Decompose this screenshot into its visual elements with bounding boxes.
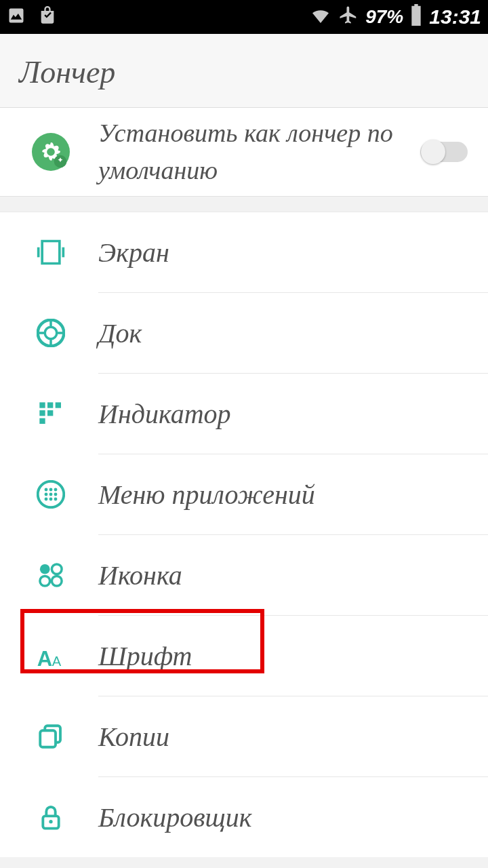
row-default-launcher[interactable]: Установить как лончер по умолчанию [0,108,488,196]
svg-rect-9 [39,410,45,416]
row-dock[interactable]: Док [0,293,488,373]
page-title: Лончер [19,54,469,90]
svg-point-22 [40,564,50,574]
battery-icon [410,4,422,31]
svg-rect-8 [56,403,61,408]
row-indicator[interactable]: Индикатор [0,374,488,454]
section-main: Экран Док Индикатор Меню приложений [0,212,488,857]
svg-text:A: A [37,647,53,671]
section-default: Установить как лончер по умолчанию [0,108,488,196]
row-copies[interactable]: Копии [0,696,488,776]
app-menu-icon [30,480,71,509]
svg-rect-29 [40,730,56,747]
svg-point-17 [49,493,53,496]
battery-percent: 97% [365,6,403,28]
row-label: Шрифт [98,640,474,672]
svg-point-14 [49,488,53,492]
svg-rect-3 [62,248,65,258]
row-screen[interactable]: Экран [0,212,488,292]
svg-rect-2 [37,248,40,258]
font-icon: AA [30,641,71,671]
row-label-box: Установить как лончер по умолчанию [71,115,420,189]
svg-rect-10 [47,410,53,416]
status-left [7,6,57,28]
status-right: 97% 13:31 [310,4,481,31]
airplane-icon [338,5,359,30]
svg-point-25 [52,576,62,587]
svg-point-5 [45,327,57,339]
default-launcher-toggle[interactable] [420,142,468,162]
wifi-icon [310,4,331,31]
clock: 13:31 [429,5,481,28]
row-label: Экран [98,237,474,269]
row-label: Меню приложений [98,479,474,511]
gear-badge-icon [30,133,71,171]
status-bar: 97% 13:31 [0,0,488,34]
svg-rect-11 [39,418,45,424]
page-header: Лончер [0,34,488,108]
screen-icon [30,237,71,267]
row-icon[interactable]: Иконка [0,535,488,615]
icon-icon [30,561,71,589]
row-label: Установить как лончер по умолчанию [98,115,420,189]
svg-point-21 [54,498,58,501]
lock-icon [30,804,71,831]
row-blocker[interactable]: Блокировщик [0,777,488,857]
svg-rect-6 [39,403,45,408]
svg-text:A: A [52,654,62,669]
svg-point-24 [40,576,50,587]
svg-point-15 [54,488,58,492]
svg-point-31 [49,820,52,823]
row-font[interactable]: AA Шрифт [0,616,488,696]
row-label: Док [98,317,474,349]
row-label: Иконка [98,559,474,591]
svg-point-19 [45,498,48,501]
svg-point-23 [52,564,62,574]
row-label: Блокировщик [98,802,474,833]
row-label: Индикатор [98,398,474,430]
dock-icon [30,319,71,347]
svg-point-20 [49,498,53,501]
image-notification-icon [7,6,26,28]
svg-rect-7 [47,403,53,408]
copies-icon [30,722,71,751]
svg-point-13 [45,488,48,492]
svg-point-16 [45,493,48,496]
row-app-menu[interactable]: Меню приложений [0,454,488,534]
svg-point-18 [54,493,58,496]
indicator-icon [30,400,71,427]
shop-notification-icon [38,6,57,28]
row-label: Копии [98,721,474,753]
section-gap [0,196,488,212]
